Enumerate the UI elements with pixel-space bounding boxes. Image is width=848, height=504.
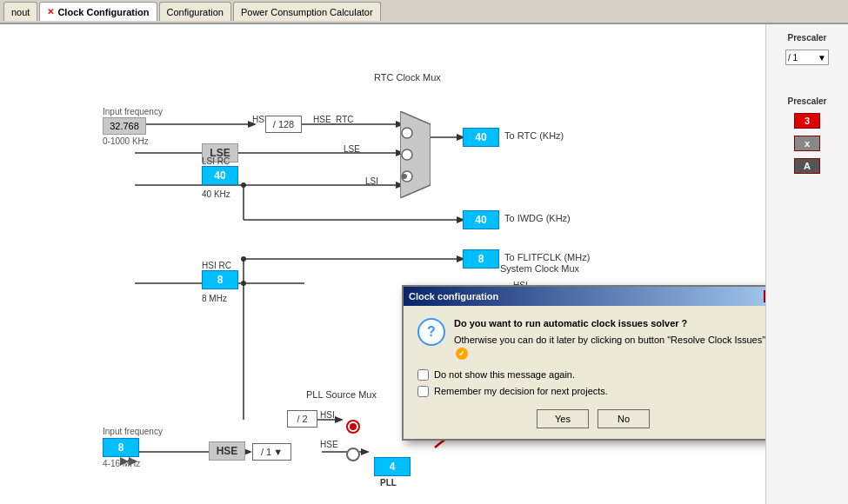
rtc-mux-shape xyxy=(400,111,431,198)
tab-clock-label: Clock Configuration xyxy=(57,7,149,17)
input-freq-bottom-value: 8 xyxy=(103,438,139,457)
checkbox2-label: Remember my decision for next projects. xyxy=(434,386,608,396)
lse-wire-label: LSE xyxy=(344,144,360,154)
rtc-output-value: 40 xyxy=(463,128,499,147)
tab-clock[interactable]: ✕ Clock Configuration xyxy=(39,2,157,21)
dialog-main-question: Do you want to run automatic clock issue… xyxy=(454,318,765,328)
svg-point-34 xyxy=(402,128,412,138)
svg-marker-22 xyxy=(335,416,344,423)
lsi-wire-label: LSI xyxy=(365,176,378,186)
dialog-title: Clock configuration xyxy=(409,291,498,302)
no-button[interactable]: No xyxy=(598,409,650,428)
checkbox1-label: Do not show this message again. xyxy=(434,369,575,380)
input-freq-bottom-label: Input frequency xyxy=(103,427,163,436)
hse-bottom-box: HSE xyxy=(209,441,245,461)
prescaler2-label: Prescaler xyxy=(787,96,826,106)
right-panel: Prescaler / 1 ▼ Prescaler 3 x A xyxy=(765,24,848,504)
rtc-mux-label: RTC Clock Mux xyxy=(374,72,441,83)
pll-mux-circle xyxy=(346,420,360,434)
diagram-area: RTC Clock Mux HSE / 128 HSE_RTC LSE xyxy=(0,24,765,504)
dialog-body: ? Do you want to run automatic clock iss… xyxy=(404,306,765,439)
dialog-question-row: ? Do you want to run automatic clock iss… xyxy=(417,318,765,361)
flit-output-label: To FLITFCLK (MHz) xyxy=(504,252,590,262)
hse-pll-label: HSE xyxy=(320,440,338,449)
tab-power[interactable]: Power Consumption Calculator xyxy=(233,2,381,21)
tab-pinout[interactable]: nout xyxy=(3,2,37,21)
iwdg-output-value: 40 xyxy=(463,210,499,229)
flit-output-value: 8 xyxy=(463,249,499,269)
rtc-output-label: To RTC (KHz) xyxy=(504,130,564,141)
svg-marker-20 xyxy=(361,448,370,455)
div1-dropdown[interactable]: / 1 ▼ xyxy=(252,443,291,461)
iwdg-output-label: To IWDG (KHz) xyxy=(504,213,571,223)
resolve-icon: ✓ xyxy=(456,348,468,360)
checkbox-remember[interactable] xyxy=(417,386,429,397)
prescaler2-value-a: A xyxy=(794,158,820,174)
prescaler1-label: Prescaler xyxy=(787,33,826,43)
tab-config[interactable]: Configuration xyxy=(159,2,231,21)
input-freq-top-range: 0-1000 KHz xyxy=(103,136,149,146)
tab-pinout-label: nout xyxy=(11,7,30,17)
pll-source-mux-label: PLL Source Mux xyxy=(306,389,377,400)
svg-point-26 xyxy=(241,256,246,262)
main-content: RTC Clock Mux HSE / 128 HSE_RTC LSE xyxy=(0,24,848,504)
hse-rtc-label: HSE_RTC xyxy=(313,115,354,124)
svg-point-37 xyxy=(402,174,407,179)
hsi-value-box: 8 xyxy=(202,270,238,289)
checkbox1-row: Do not show this message again. xyxy=(417,369,765,381)
yes-button[interactable]: Yes xyxy=(537,409,589,428)
input-freq-top-label: Input frequency xyxy=(103,107,163,116)
tab-config-label: Configuration xyxy=(167,7,224,17)
tab-bar: nout ✕ Clock Configuration Configuration… xyxy=(0,0,848,24)
div128-box: / 128 xyxy=(265,116,302,133)
lsi-freq-label: 40 KHz xyxy=(202,189,230,199)
lsi-value-box: 40 xyxy=(202,166,238,185)
dialog-box: Clock configuration ✕ ? Do you want to r… xyxy=(402,285,765,441)
prescaler2-value-3: 3 xyxy=(794,113,820,129)
hsi-rc-label: HSI RC xyxy=(202,261,231,270)
svg-point-35 xyxy=(402,149,412,160)
pll-value-box: 4 xyxy=(374,457,411,476)
pll-label: PLL xyxy=(380,478,397,487)
input-freq-top-input[interactable]: 32.768 xyxy=(103,117,146,135)
tab-power-label: Power Consumption Calculator xyxy=(241,7,373,17)
prescaler1-dropdown[interactable]: / 1 ▼ xyxy=(785,50,829,65)
input-freq-bottom-range: 4-16 MHz xyxy=(103,459,140,468)
hsi-freq-label: 8 MHz xyxy=(202,294,227,303)
dialog-titlebar: Clock configuration ✕ xyxy=(404,287,765,306)
tab-clock-close[interactable]: ✕ xyxy=(47,7,54,17)
prescaler2-value-x: x xyxy=(794,136,820,151)
dialog-question-text: Do you want to run automatic clock issue… xyxy=(454,318,765,361)
hse-pll-circle xyxy=(346,448,360,461)
sys-clock-mux-label: System Clock Mux xyxy=(500,263,579,274)
hsi-pll-label: HSI xyxy=(320,410,335,420)
checkbox2-row: Remember my decision for next projects. xyxy=(417,386,765,397)
dialog-buttons: Yes No xyxy=(417,409,765,428)
dialog-question-icon: ? xyxy=(417,318,445,346)
div2-box: / 2 xyxy=(287,410,317,428)
lsi-rc-label: LSI RC xyxy=(202,156,230,166)
dialog-close-button[interactable]: ✕ xyxy=(764,290,765,302)
dialog-subtext: Otherwise you can do it later by clickin… xyxy=(454,334,765,361)
checkbox-no-show[interactable] xyxy=(417,369,429,381)
